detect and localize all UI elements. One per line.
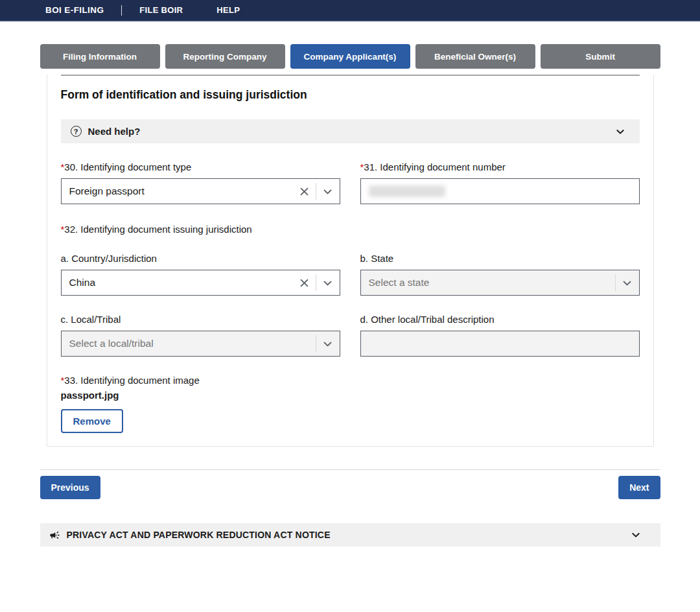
state-placeholder: Select a state	[369, 277, 609, 288]
next-button[interactable]: Next	[618, 476, 660, 499]
field-state: b. State Select a state	[360, 235, 640, 296]
section-title: Form of identification and issuing juris…	[61, 88, 640, 102]
jurisdiction-group-label: *32. Identifying document issuing jurisd…	[61, 224, 640, 235]
app-title: BOI E-FILING	[45, 5, 104, 15]
tab-reporting-company[interactable]: Reporting Company	[165, 44, 285, 69]
clear-x-icon[interactable]	[299, 186, 310, 197]
state-label: b. State	[360, 253, 640, 264]
uploaded-filename: passport.jpg	[61, 390, 640, 401]
chevron-down-icon[interactable]	[322, 277, 333, 288]
other-desc-input[interactable]	[360, 331, 640, 357]
nav-divider	[121, 5, 122, 16]
local-tribal-combobox[interactable]: Select a local/tribal	[61, 331, 340, 357]
field-doc-number: *31. Identifying document number	[360, 143, 640, 204]
other-desc-label: d. Other local/Tribal description	[360, 314, 640, 325]
country-value: China	[69, 277, 299, 288]
step-tabs: Filing Information Reporting Company Com…	[40, 44, 660, 69]
state-combobox[interactable]: Select a state	[360, 270, 640, 296]
previous-button[interactable]: Previous	[40, 476, 100, 499]
need-help-label: Need help?	[88, 126, 615, 137]
redacted-value	[369, 185, 445, 197]
tab-filing-information[interactable]: Filing Information	[40, 44, 160, 69]
field-country: a. Country/Jurisdiction China	[61, 235, 340, 296]
megaphone-icon	[49, 530, 60, 541]
clear-x-icon[interactable]	[299, 277, 310, 288]
doc-type-value: Foreign passport	[69, 185, 299, 197]
chevron-down-icon	[631, 530, 641, 540]
doc-type-label: *30. Identifying document type	[61, 161, 340, 172]
nav-item-file-boir[interactable]: FILE BOIR	[139, 5, 183, 15]
chevron-down-icon	[615, 126, 625, 137]
question-circle-icon: ?	[71, 126, 82, 137]
form-panel: Form of identification and issuing juris…	[47, 75, 654, 447]
chevron-down-icon[interactable]	[322, 186, 333, 197]
privacy-notice-accordion[interactable]: PRIVACY ACT AND PAPERWORK REDUCTION ACT …	[40, 523, 660, 547]
tab-submit[interactable]: Submit	[541, 44, 660, 69]
combo-separator	[316, 335, 316, 352]
local-tribal-label: c. Local/Tribal	[61, 314, 340, 325]
field-local-tribal: c. Local/Tribal Select a local/tribal	[61, 296, 340, 357]
form-actions: Previous Next	[40, 476, 660, 499]
doc-number-input[interactable]	[360, 178, 640, 204]
chevron-down-icon[interactable]	[322, 338, 333, 349]
field-doc-type: *30. Identifying document type Foreign p…	[61, 143, 340, 204]
doc-number-label: *31. Identifying document number	[360, 161, 640, 172]
doc-image-label: *33. Identifying document image	[61, 375, 640, 386]
country-combobox[interactable]: China	[61, 270, 340, 296]
country-label: a. Country/Jurisdiction	[61, 253, 340, 264]
field-doc-image: *33. Identifying document image passport…	[61, 375, 640, 433]
tab-beneficial-owners[interactable]: Beneficial Owner(s)	[415, 44, 535, 69]
remove-file-button[interactable]: Remove	[61, 409, 123, 433]
top-nav-bar: BOI E-FILING FILE BOIR HELP	[0, 0, 700, 21]
bottom-divider	[40, 469, 660, 470]
tab-company-applicants[interactable]: Company Applicant(s)	[290, 44, 410, 69]
combo-separator	[615, 274, 616, 291]
field-other-desc: d. Other local/Tribal description	[360, 296, 640, 357]
chevron-down-icon[interactable]	[622, 277, 633, 288]
doc-type-combobox[interactable]: Foreign passport	[61, 178, 340, 204]
need-help-accordion[interactable]: ? Need help?	[61, 119, 640, 143]
local-tribal-placeholder: Select a local/tribal	[69, 338, 310, 349]
nav-item-help[interactable]: HELP	[216, 5, 240, 15]
section-divider	[61, 75, 640, 76]
combo-separator	[316, 274, 316, 291]
combo-separator	[316, 183, 316, 200]
privacy-notice-label: PRIVACY ACT AND PAPERWORK REDUCTION ACT …	[67, 530, 631, 540]
